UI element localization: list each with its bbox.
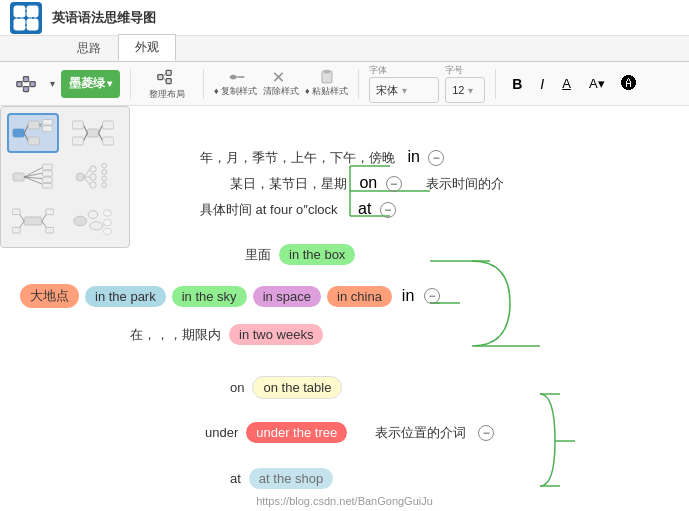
time-day-label: 某日，某节日，星期 [230,176,347,191]
under-label: under [205,425,238,440]
app-title: 英语语法思维导图 [52,9,156,27]
svg-point-80 [103,228,111,234]
time-day-row: 某日，某节日，星期 on − 表示时间的介 [230,174,504,193]
color-button[interactable]: 墨菱绿 ▾ [61,70,120,98]
svg-line-33 [39,123,42,125]
svg-point-58 [90,182,96,188]
in-period-label: 在，，，期限内 [130,326,221,344]
at-the-shop-chip[interactable]: at the shop [249,468,333,489]
svg-rect-41 [72,137,83,145]
map-icon-btn[interactable] [8,66,44,102]
svg-rect-32 [28,137,39,145]
svg-rect-35 [43,119,53,125]
watermark: https://blog.csdn.net/BanGongGuiJu [256,495,433,507]
svg-line-43 [99,133,103,141]
svg-rect-52 [43,171,53,177]
svg-rect-23 [166,70,171,75]
time-in-prep: in [407,148,419,165]
font-selector-group: 字体 宋体 ▾ [369,64,439,103]
in-china-chip[interactable]: in china [327,286,392,307]
in-the-box-chip[interactable]: in the box [279,244,355,265]
size-selector-group: 字号 12 ▾ [445,64,485,103]
under-the-tree-chip[interactable]: under the tree [246,422,347,443]
layout-style-6[interactable] [67,201,119,241]
layout-style-4[interactable] [67,157,119,197]
svg-rect-46 [13,173,24,181]
svg-point-55 [76,173,84,181]
svg-rect-12 [17,81,22,86]
in-two-weeks-chip[interactable]: in two weeks [229,324,323,345]
on-the-table-chip[interactable]: on the table [252,376,342,399]
in-space-chip[interactable]: in space [253,286,321,307]
size-label: 字号 [445,64,463,77]
svg-rect-20 [158,74,163,79]
layout-style-1[interactable] [7,113,59,153]
clear-style-label: 清除样式 [263,85,299,98]
paste-style-label: ♦ 粘贴样式 [305,85,348,98]
title-bar: 英语语法思维导图 [0,0,689,36]
sep4 [495,69,496,99]
arrange-label: 整理布局 [149,88,185,101]
sep2 [203,69,204,99]
svg-rect-14 [24,86,29,91]
big-location-chip[interactable]: 大地点 [20,284,79,308]
svg-rect-53 [43,177,53,183]
svg-line-29 [24,125,28,133]
color-label: 墨菱绿 [69,75,105,92]
svg-rect-36 [43,126,53,132]
in-the-park-chip[interactable]: in the park [85,286,166,307]
time-minus-1[interactable]: − [428,150,444,166]
svg-rect-13 [24,76,29,81]
tab-bar: 思路 外观 [0,36,689,62]
underline-button[interactable]: A [556,74,577,93]
font-selector[interactable]: 宋体 ▾ [369,77,439,103]
layout-style-5[interactable] [7,201,59,241]
tab-thoughts[interactable]: 思路 [60,35,118,61]
location-inside-row: 里面 in the box [245,244,355,265]
sep3 [358,69,359,99]
svg-line-39 [83,133,87,141]
svg-line-38 [83,125,87,133]
svg-line-30 [24,133,28,141]
time-minus-3[interactable]: − [380,202,396,218]
paste-style-btn[interactable]: ♦ 粘贴样式 [305,69,348,98]
toolbar: ▾ 墨菱绿 ▾ 整理布局 ♦ 复制样式 清除样式 [0,62,689,106]
inside-label: 里面 [245,246,271,264]
bold-button[interactable]: B [506,74,528,94]
svg-line-48 [24,173,42,177]
svg-rect-15 [30,81,35,86]
layout-style-3[interactable] [7,157,59,197]
at-row: at at the shop [230,468,333,489]
layout-style-2[interactable] [67,113,119,153]
arrange-layout-btn[interactable]: 整理布局 [141,66,193,102]
time-note: 表示时间的介 [426,176,504,191]
location-minus[interactable]: − [424,288,440,304]
svg-point-78 [103,210,111,216]
location-in-prep: in [402,287,414,305]
size-value: 12 [452,84,464,96]
svg-point-60 [102,170,107,175]
font-color-button[interactable]: A▾ [583,74,611,93]
svg-rect-27 [324,70,329,73]
font-label: 字体 [369,64,387,77]
italic-button[interactable]: I [534,74,550,94]
in-the-sky-chip[interactable]: in the sky [172,286,247,307]
map-icon-arrow[interactable]: ▾ [50,78,55,89]
svg-point-56 [90,166,96,172]
svg-point-61 [102,176,107,181]
location-note: 表示位置的介词 [375,424,466,442]
font-value: 宋体 [376,83,398,98]
size-selector[interactable]: 12 ▾ [445,77,485,103]
location-minus-2[interactable]: − [478,425,494,441]
big-location-row: 大地点 in the park in the sky in space in c… [20,284,440,308]
time-minus-2[interactable]: − [386,176,402,192]
tab-appearance[interactable]: 外观 [118,34,176,61]
svg-rect-54 [43,183,53,188]
svg-point-59 [102,163,107,168]
clear-style-btn[interactable]: 清除样式 [263,69,299,98]
sep1 [130,69,131,99]
copy-style-btn[interactable]: ♦ 复制样式 [214,69,257,98]
under-row: under under the tree 表示位置的介词 − [205,422,494,443]
on-row: on on the table [230,376,342,399]
highlight-btn[interactable]: 🅐 [617,73,641,95]
